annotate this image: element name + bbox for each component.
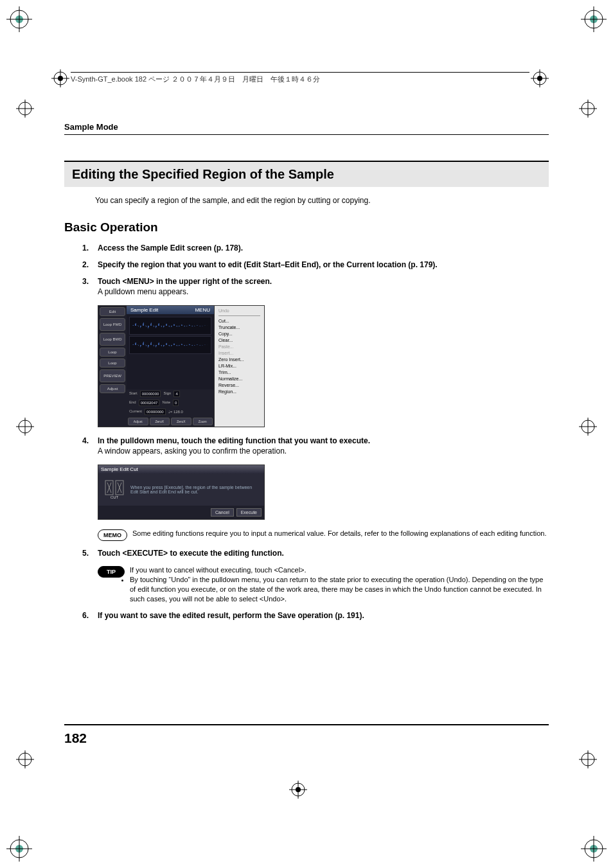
figure-params: Current00000000 ♩= 128.0 [127, 407, 214, 416]
step-3: 3. Touch <MENU> in the upper right of th… [82, 277, 549, 299]
tip-bullet-2: By touching “Undo” in the pulldown menu,… [130, 575, 549, 604]
step-number: 4. [82, 436, 98, 458]
registration-mark [579, 100, 597, 118]
crop-mark-tl [6, 6, 32, 32]
figure-mid: Sample Edit MENU Start00000000 Sign4 End… [127, 306, 214, 427]
menu-item-normalize: Normalize... [218, 376, 260, 381]
step-text: If you want to save the edited result, p… [98, 611, 549, 620]
section-heading: Editing the Specified Region of the Samp… [64, 161, 549, 187]
figure-pulldown-menu: Undo Cut... Truncate... Copy... Clear...… [214, 306, 264, 427]
step-text: In the pulldown menu, touch the editing … [98, 436, 549, 445]
registration-mark [16, 418, 34, 436]
memo-text: Some editing functions require you to in… [132, 529, 549, 538]
steps-list-cont: 4. In the pulldown menu, touch the editi… [82, 436, 549, 458]
crop-mark-bl [6, 836, 32, 862]
fig-btn-edit: Edit [100, 307, 125, 316]
registration-mark [289, 781, 307, 799]
menu-item-paste: Paste... [218, 344, 260, 349]
intro-text: You can specify a region of the sample, … [95, 196, 549, 205]
menu-item-undo: Undo [218, 308, 260, 313]
fig-btn-adjust: Adjust [100, 384, 125, 393]
header-rule [71, 72, 529, 73]
book-header-text: V-Synth-GT_e.book 182 ページ ２００７年４月９日 月曜日 … [71, 75, 320, 84]
step-text: Specify the region that you want to edit… [98, 260, 549, 269]
divider [64, 134, 549, 135]
steps-list: 1. Access the Sample Edit screen (p. 178… [82, 244, 549, 299]
step-5: 5. Touch <EXECUTE> to execute the editin… [82, 549, 549, 559]
figure-sample-edit-menu: Edit Loop FWD Loop BWD Loop Loop PREVIEW… [98, 305, 265, 427]
menu-item-copy: Copy... [218, 332, 260, 336]
tip-bullet-1: If you want to cancel without executing,… [130, 565, 549, 575]
registration-mark [51, 69, 69, 87]
page-number: 182 [64, 731, 87, 746]
fig-btn-loop: Loop [100, 348, 125, 357]
menu-item-cut: Cut... [218, 319, 260, 323]
waveform-l [129, 317, 211, 335]
menu-item-truncate: Truncate... [218, 325, 260, 330]
menu-item-insert: Insert... [218, 351, 260, 355]
step-number: 3. [82, 277, 98, 299]
figure-waveforms [127, 314, 214, 389]
dialog-cancel-button: Cancel [211, 508, 234, 517]
menu-item-lrmix: LR-Mix... [218, 364, 260, 368]
crop-mark-tr [581, 6, 607, 32]
step-text: Access the Sample Edit screen (p. 178). [98, 244, 549, 252]
menu-item-region: Region... [218, 389, 260, 394]
step-number: 5. [82, 549, 98, 559]
waveform-r [129, 336, 211, 354]
step-2: 2. Specify the region that you want to e… [82, 260, 549, 270]
step-number: 1. [82, 244, 98, 254]
registration-mark [16, 750, 34, 768]
menu-item-trim: Trim... [218, 370, 260, 375]
figure-bottom-buttons: Adjust ZeroX ZeroX Zoom [127, 416, 214, 427]
figure-left-buttons: Edit Loop FWD Loop BWD Loop Loop PREVIEW… [98, 306, 127, 427]
crop-mark-br [581, 836, 607, 862]
registration-mark [16, 100, 34, 118]
cut-icon: CUT [105, 480, 124, 499]
fig-btn-loop-bwd: Loop BWD [100, 333, 125, 346]
dialog-execute-button: Execute [236, 508, 262, 517]
figure-params: Start00000000 Sign4 [127, 389, 214, 398]
figure-title: Sample Edit [130, 307, 158, 313]
registration-mark [579, 418, 597, 436]
registration-mark [531, 69, 549, 87]
figure-title-bar: Sample Edit MENU [127, 306, 214, 314]
step-text: Touch <MENU> in the upper right of the s… [98, 277, 549, 286]
figure-confirm-dialog: Sample Edit Cut CUT When you press [Exec… [98, 465, 265, 520]
menu-item-clear: Clear... [218, 338, 260, 342]
figure-menu-btn: MENU [195, 307, 210, 313]
steps-list-cont3: 6. If you want to save the edited result… [82, 611, 549, 621]
running-head: Sample Mode [64, 122, 549, 132]
fig-btn-preview: PREVIEW [100, 369, 125, 382]
step-number: 6. [82, 611, 98, 621]
memo-note: MEMO Some editing functions require you … [98, 529, 549, 541]
step-number: 2. [82, 260, 98, 270]
registration-mark [579, 750, 597, 768]
dialog-footer: Cancel Execute [98, 506, 264, 519]
step-note: A pulldown menu appears. [98, 287, 549, 296]
subsection-heading: Basic Operation [64, 220, 549, 235]
dialog-message: When you press [Execute], the region of … [130, 485, 258, 494]
memo-badge: MEMO [98, 529, 127, 541]
dialog-title: Sample Edit Cut [98, 465, 264, 474]
step-4: 4. In the pulldown menu, touch the editi… [82, 436, 549, 458]
step-text: Touch <EXECUTE> to execute the editing f… [98, 549, 549, 558]
tip-note: TIP If you want to cancel without execut… [98, 565, 549, 603]
figure-params: End00002047 Note0 [127, 398, 214, 407]
menu-item-reverse: Reverse... [218, 383, 260, 387]
steps-list-cont2: 5. Touch <EXECUTE> to execute the editin… [82, 549, 549, 559]
page-content: Sample Mode Editing the Specified Region… [64, 122, 549, 628]
fig-btn-loop2: Loop [100, 359, 125, 368]
step-1: 1. Access the Sample Edit screen (p. 178… [82, 244, 549, 254]
step-6: 6. If you want to save the edited result… [82, 611, 549, 621]
dialog-body: CUT When you press [Execute], the region… [98, 474, 264, 506]
tip-text: If you want to cancel without executing,… [130, 565, 549, 603]
step-note: A window appears, asking you to confirm … [98, 447, 549, 456]
footer-rule [64, 724, 549, 725]
fig-btn-loop-fwd: Loop FWD [100, 318, 125, 331]
menu-item-zero-insert: Zero Insert... [218, 357, 260, 362]
